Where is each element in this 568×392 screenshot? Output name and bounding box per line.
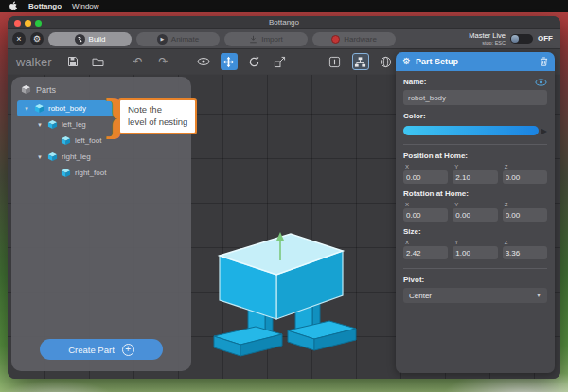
menubar-app-name[interactable]: Bottango — [28, 2, 62, 10]
rotation-x-input[interactable] — [403, 208, 448, 222]
size-fields: X Y Z — [403, 240, 547, 259]
hierarchy-icon — [354, 56, 366, 68]
color-expand-icon[interactable]: ▶ — [541, 127, 547, 135]
position-x-input[interactable] — [403, 170, 448, 184]
tab-hardware-label: Hardware — [344, 35, 377, 44]
axis-y-label: Y — [453, 240, 497, 245]
scale-tool-button[interactable] — [272, 53, 289, 70]
position-y-input[interactable] — [453, 170, 497, 184]
tree-item-label: robot_body — [48, 104, 86, 113]
axis-z-label: Z — [503, 164, 547, 169]
tree-item-left-foot[interactable]: ▼ left_foot — [17, 133, 186, 149]
open-button[interactable] — [90, 53, 107, 70]
delete-part-button[interactable] — [540, 57, 548, 66]
animate-play-icon: ▶ — [157, 34, 168, 45]
tab-hardware[interactable]: Hardware — [312, 32, 396, 46]
size-label: Size: — [403, 227, 547, 236]
minimize-window-button[interactable] — [25, 20, 31, 27]
menubar-item-window[interactable]: Window — [72, 2, 98, 10]
undo-button[interactable]: ↶ — [130, 53, 147, 70]
settings-button[interactable]: ⚙ — [30, 32, 44, 45]
chevron-down-icon: ▼ — [536, 293, 541, 298]
rotation-label: Rotation at Home: — [403, 189, 547, 198]
create-part-button[interactable]: Create Part + — [40, 339, 163, 360]
master-live-label: Master Live — [469, 32, 506, 40]
part-name-input[interactable] — [403, 90, 547, 105]
part-setup-title: Part Setup — [416, 57, 535, 66]
save-button[interactable] — [64, 53, 81, 70]
color-swatch[interactable] — [403, 126, 539, 135]
axis-x-label: X — [403, 164, 448, 169]
disclosure-triangle[interactable]: ▼ — [36, 154, 44, 160]
axis-x-label: X — [403, 240, 448, 245]
axis-z-label: Z — [503, 240, 547, 245]
part-cube-icon — [47, 119, 58, 130]
window-titlebar[interactable]: Bottango — [8, 16, 560, 29]
tab-build[interactable]: Build — [48, 32, 132, 46]
create-part-label: Create Part — [68, 345, 115, 355]
main-toolbar: × ⚙ Build ▶ Animate Import Hardware — [8, 29, 560, 49]
size-x-input[interactable] — [403, 246, 448, 259]
rotation-fields: X Y Z — [403, 202, 547, 222]
divider — [403, 268, 547, 269]
move-icon — [222, 56, 235, 68]
tree-item-label: right_leg — [62, 152, 91, 161]
desktop: Bottango Window Bottango × ⚙ Build — [0, 0, 568, 392]
save-icon — [67, 56, 79, 67]
master-live-toggle[interactable] — [510, 34, 533, 44]
tree-item-label: left_leg — [62, 120, 86, 129]
name-visibility-button[interactable] — [535, 79, 547, 86]
traffic-lights — [14, 20, 42, 27]
tab-import-label: Import — [261, 35, 283, 44]
apple-menu-icon[interactable] — [9, 1, 18, 11]
close-project-button[interactable]: × — [12, 32, 26, 45]
hierarchy-view-button[interactable] — [352, 53, 369, 70]
axis-y-label: Y — [453, 202, 497, 207]
name-label: Name: — [403, 78, 426, 86]
tree-item-right-leg[interactable]: ▼ right_leg — [17, 149, 186, 165]
size-y-input[interactable] — [453, 246, 497, 259]
redo-button[interactable]: ↷ — [155, 53, 172, 70]
import-download-icon — [249, 35, 257, 44]
part-cube-icon — [61, 168, 71, 178]
rotation-y-input[interactable] — [453, 208, 497, 222]
tree-item-right-foot[interactable]: ▼ right_foot — [17, 165, 186, 181]
parts-cube-icon — [21, 84, 31, 95]
world-view-button[interactable] — [378, 53, 395, 70]
redo-icon: ↷ — [159, 56, 169, 67]
add-part-button[interactable] — [327, 53, 344, 70]
annotation-line1: Note the — [128, 104, 187, 116]
pivot-dropdown[interactable]: Center ▼ — [403, 288, 547, 303]
position-z-input[interactable] — [503, 170, 547, 184]
disclosure-triangle[interactable]: ▼ — [23, 106, 30, 112]
color-label: Color: — [403, 112, 547, 120]
part-setup-panel: ⚙ Part Setup Name: Color: ▶ — [396, 52, 555, 373]
zoom-window-button[interactable] — [35, 20, 42, 27]
tab-animate[interactable]: ▶ Animate — [136, 32, 220, 46]
master-live-state: OFF — [538, 34, 553, 43]
size-z-input[interactable] — [503, 246, 547, 259]
add-box-icon — [328, 56, 341, 68]
visibility-button[interactable] — [195, 53, 212, 70]
tab-import[interactable]: Import — [224, 32, 308, 46]
parts-panel-title: Parts — [36, 85, 56, 95]
tab-build-label: Build — [89, 35, 106, 44]
position-fields: X Y Z — [403, 164, 547, 184]
axis-y-label: Y — [453, 164, 497, 169]
close-window-button[interactable] — [14, 20, 21, 27]
tree-item-label: right_foot — [75, 169, 106, 177]
rotate-tool-button[interactable] — [246, 53, 263, 70]
annotation-callout: Note the level of nesting — [118, 98, 197, 134]
pivot-value: Center — [409, 292, 432, 300]
annotation-line2: level of nesting — [128, 116, 187, 129]
move-tool-button[interactable] — [221, 53, 238, 70]
rotation-z-input[interactable] — [503, 208, 547, 222]
folder-icon — [92, 57, 104, 67]
robot-model[interactable] — [208, 224, 360, 379]
master-live-controls: Master Live stop: ESC OFF — [469, 32, 556, 45]
scale-icon — [274, 56, 286, 68]
disclosure-triangle[interactable]: ▼ — [36, 122, 44, 128]
part-setup-header: ⚙ Part Setup — [396, 52, 555, 71]
axis-z-label: Z — [503, 202, 547, 207]
rotate-icon — [248, 56, 260, 68]
